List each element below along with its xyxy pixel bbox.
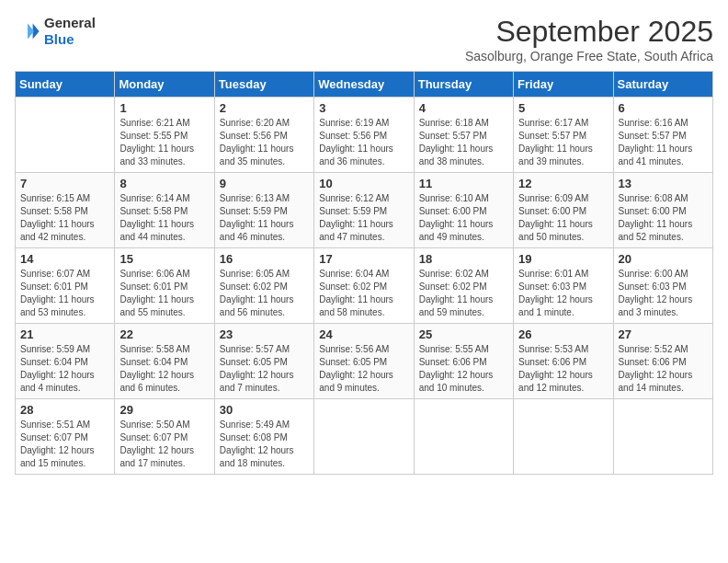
calendar-cell: 10Sunrise: 6:12 AMSunset: 5:59 PMDayligh… [314,173,414,248]
day-number: 26 [518,327,608,341]
weekday-header-thursday: Thursday [414,72,513,98]
calendar-header-row: SundayMondayTuesdayWednesdayThursdayFrid… [16,72,713,98]
day-number: 29 [119,403,209,417]
calendar-cell: 23Sunrise: 5:57 AMSunset: 6:05 PMDayligh… [214,324,313,399]
day-info: Sunrise: 6:15 AMSunset: 5:58 PMDaylight:… [20,192,109,244]
calendar-cell: 17Sunrise: 6:04 AMSunset: 6:02 PMDayligh… [314,248,414,324]
day-info: Sunrise: 5:56 AMSunset: 6:05 PMDaylight:… [319,343,408,395]
day-number: 7 [20,177,109,190]
calendar-cell: 12Sunrise: 6:09 AMSunset: 6:00 PMDayligh… [514,173,613,248]
day-info: Sunrise: 6:13 AMSunset: 5:59 PMDaylight:… [220,192,309,244]
calendar-cell [514,399,613,475]
calendar-cell: 4Sunrise: 6:18 AMSunset: 5:57 PMDaylight… [414,98,513,173]
weekday-header-tuesday: Tuesday [214,72,313,98]
day-info: Sunrise: 6:17 AMSunset: 5:57 PMDaylight:… [518,117,608,168]
calendar-table: SundayMondayTuesdayWednesdayThursdayFrid… [15,71,713,475]
day-number: 23 [220,327,309,341]
calendar-cell [16,98,115,173]
calendar-cell: 20Sunrise: 6:00 AMSunset: 6:03 PMDayligh… [613,248,712,324]
logo-blue: Blue [44,31,74,47]
weekday-header-monday: Monday [115,72,214,98]
calendar-cell: 18Sunrise: 6:02 AMSunset: 6:02 PMDayligh… [414,248,513,324]
calendar-cell: 3Sunrise: 6:19 AMSunset: 5:56 PMDaylight… [314,98,414,173]
day-number: 13 [619,177,708,190]
logo-general: General [44,15,96,30]
day-number: 10 [319,177,408,190]
day-number: 21 [20,327,109,341]
calendar-cell: 9Sunrise: 6:13 AMSunset: 5:59 PMDaylight… [214,173,313,248]
day-number: 27 [619,327,708,341]
day-info: Sunrise: 6:10 AMSunset: 6:00 PMDaylight:… [419,192,508,244]
calendar-cell: 28Sunrise: 5:51 AMSunset: 6:07 PMDayligh… [16,399,115,475]
calendar-cell: 5Sunrise: 6:17 AMSunset: 5:57 PMDaylight… [514,98,613,173]
calendar-cell: 6Sunrise: 6:16 AMSunset: 5:57 PMDaylight… [613,98,712,173]
month-title: September 2025 [465,15,713,49]
calendar-week-row: 7Sunrise: 6:15 AMSunset: 5:58 PMDaylight… [16,173,713,248]
calendar-week-row: 1Sunrise: 6:21 AMSunset: 5:55 PMDaylight… [16,98,713,173]
day-number: 14 [20,252,109,266]
day-number: 6 [619,101,708,115]
logo-icon [15,18,40,44]
day-number: 18 [419,252,508,266]
title-block: September 2025 Sasolburg, Orange Free St… [465,15,713,63]
day-info: Sunrise: 6:09 AMSunset: 6:00 PMDaylight:… [518,192,608,244]
logo: General Blue [15,15,96,48]
calendar-cell: 14Sunrise: 6:07 AMSunset: 6:01 PMDayligh… [16,248,115,324]
location-subtitle: Sasolburg, Orange Free State, South Afri… [465,49,713,63]
weekday-header-saturday: Saturday [613,72,712,98]
day-info: Sunrise: 6:16 AMSunset: 5:57 PMDaylight:… [619,117,708,168]
day-number: 2 [220,101,309,115]
calendar-cell: 1Sunrise: 6:21 AMSunset: 5:55 PMDaylight… [115,98,214,173]
day-number: 15 [119,252,209,266]
day-info: Sunrise: 5:55 AMSunset: 6:06 PMDaylight:… [419,343,508,395]
calendar-cell: 25Sunrise: 5:55 AMSunset: 6:06 PMDayligh… [414,324,513,399]
calendar-cell [314,399,414,475]
day-info: Sunrise: 5:51 AMSunset: 6:07 PMDaylight:… [20,419,109,470]
calendar-week-row: 14Sunrise: 6:07 AMSunset: 6:01 PMDayligh… [16,248,713,324]
calendar-cell: 24Sunrise: 5:56 AMSunset: 6:05 PMDayligh… [314,324,414,399]
day-info: Sunrise: 6:18 AMSunset: 5:57 PMDaylight:… [419,117,508,168]
day-number: 12 [518,177,608,190]
day-number: 28 [20,403,109,417]
weekday-header-friday: Friday [514,72,613,98]
calendar-cell: 19Sunrise: 6:01 AMSunset: 6:03 PMDayligh… [514,248,613,324]
calendar-cell: 15Sunrise: 6:06 AMSunset: 6:01 PMDayligh… [115,248,214,324]
calendar-week-row: 21Sunrise: 5:59 AMSunset: 6:04 PMDayligh… [16,324,713,399]
day-number: 11 [419,177,508,190]
day-number: 25 [419,327,508,341]
calendar-cell: 26Sunrise: 5:53 AMSunset: 6:06 PMDayligh… [514,324,613,399]
day-number: 3 [319,101,408,115]
day-info: Sunrise: 5:57 AMSunset: 6:05 PMDaylight:… [220,343,309,395]
day-info: Sunrise: 5:53 AMSunset: 6:06 PMDaylight:… [518,343,608,395]
day-number: 8 [119,177,209,190]
day-number: 30 [220,403,309,417]
calendar-cell: 22Sunrise: 5:58 AMSunset: 6:04 PMDayligh… [115,324,214,399]
day-info: Sunrise: 6:08 AMSunset: 6:00 PMDaylight:… [619,192,708,244]
day-info: Sunrise: 6:14 AMSunset: 5:58 PMDaylight:… [119,192,209,244]
day-info: Sunrise: 5:59 AMSunset: 6:04 PMDaylight:… [20,343,109,395]
calendar-cell: 7Sunrise: 6:15 AMSunset: 5:58 PMDaylight… [16,173,115,248]
calendar-cell [414,399,513,475]
day-info: Sunrise: 6:06 AMSunset: 6:01 PMDaylight:… [119,268,209,319]
day-info: Sunrise: 6:07 AMSunset: 6:01 PMDaylight:… [20,268,109,319]
day-number: 19 [518,252,608,266]
calendar-cell: 11Sunrise: 6:10 AMSunset: 6:00 PMDayligh… [414,173,513,248]
day-number: 4 [419,101,508,115]
day-info: Sunrise: 6:19 AMSunset: 5:56 PMDaylight:… [319,117,408,168]
day-info: Sunrise: 6:00 AMSunset: 6:03 PMDaylight:… [619,268,708,319]
weekday-header-wednesday: Wednesday [314,72,414,98]
day-number: 20 [619,252,708,266]
calendar-week-row: 28Sunrise: 5:51 AMSunset: 6:07 PMDayligh… [16,399,713,475]
day-info: Sunrise: 6:20 AMSunset: 5:56 PMDaylight:… [220,117,309,168]
calendar-cell [613,399,712,475]
day-number: 17 [319,252,408,266]
day-info: Sunrise: 5:50 AMSunset: 6:07 PMDaylight:… [119,419,209,470]
day-number: 5 [518,101,608,115]
day-number: 24 [319,327,408,341]
day-info: Sunrise: 6:02 AMSunset: 6:02 PMDaylight:… [419,268,508,319]
calendar-cell: 21Sunrise: 5:59 AMSunset: 6:04 PMDayligh… [16,324,115,399]
day-info: Sunrise: 6:12 AMSunset: 5:59 PMDaylight:… [319,192,408,244]
weekday-header-sunday: Sunday [16,72,115,98]
calendar-cell: 13Sunrise: 6:08 AMSunset: 6:00 PMDayligh… [613,173,712,248]
page-header: General Blue September 2025 Sasolburg, O… [15,15,713,63]
